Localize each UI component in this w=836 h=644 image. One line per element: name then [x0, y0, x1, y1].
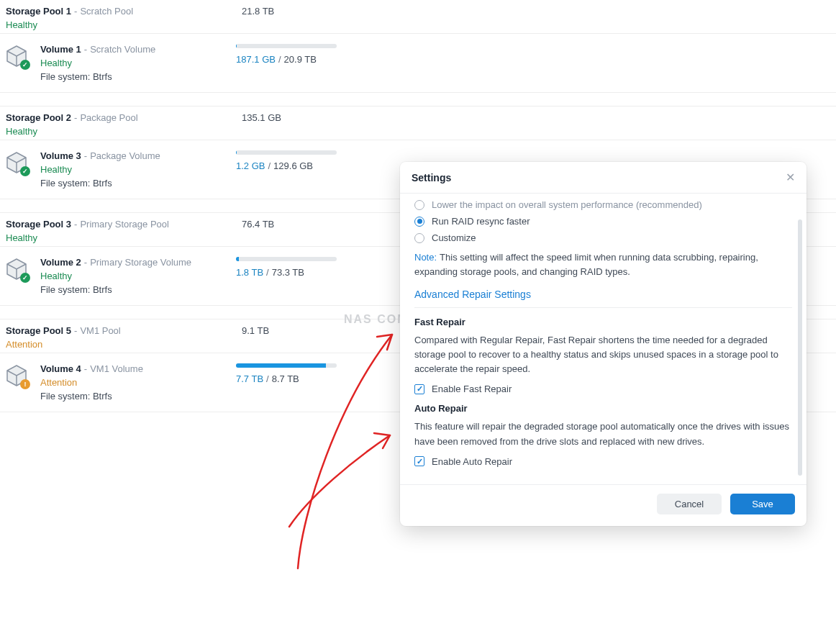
- volume-label: Primary Storage Volume: [90, 257, 191, 268]
- volume-filesystem: File system: Btrfs: [40, 391, 224, 402]
- fast-repair-description: Compared with Regular Repair, Fast Repai…: [414, 333, 792, 376]
- pool-status: Healthy: [6, 19, 830, 30]
- fast-repair-heading: Fast Repair: [414, 317, 792, 327]
- usage-bar: [236, 44, 337, 48]
- auto-repair-description: This feature will repair the degraded st…: [414, 419, 792, 448]
- volume-name: Volume 2: [40, 257, 81, 268]
- pool-label: Primary Storage Pool: [80, 219, 169, 230]
- radio-lower-impact[interactable]: Lower the impact on overall system perfo…: [414, 199, 792, 210]
- pool-label: Scratch Pool: [80, 6, 133, 17]
- volume-row[interactable]: ✓ Volume 1 - Scratch Volume Healthy File…: [0, 33, 836, 93]
- pool-status: Healthy: [6, 126, 830, 137]
- pool-name: Storage Pool 2: [6, 112, 71, 123]
- radio-icon: [414, 217, 424, 227]
- total-size: 129.6 GB: [273, 160, 313, 171]
- pool-size: 76.4 TB: [242, 219, 274, 230]
- settings-dialog: Settings ✕ Lower the impact on overall s…: [400, 162, 807, 526]
- total-size: 8.7 TB: [272, 373, 299, 384]
- radio-icon: [414, 200, 424, 210]
- volume-name: Volume 3: [40, 150, 81, 161]
- usage-bar: [236, 257, 337, 261]
- used-size: 187.1 GB: [236, 54, 276, 65]
- volume-status: Healthy: [40, 271, 224, 281]
- total-size: 73.3 TB: [272, 267, 304, 278]
- volume-icon: ✓: [4, 257, 29, 281]
- usage-bar: [236, 363, 337, 368]
- volume-name: Volume 4: [40, 363, 81, 374]
- pool-name: Storage Pool 1: [6, 6, 71, 17]
- settings-note: Note:This setting will affect the speed …: [414, 250, 792, 278]
- close-icon: ✕: [786, 171, 795, 183]
- volume-status: Attention: [40, 377, 224, 388]
- scrollbar[interactable]: [798, 219, 802, 476]
- volume-label: Scratch Volume: [90, 44, 155, 55]
- volume-filesystem: File system: Btrfs: [40, 284, 224, 295]
- storage-pool-header[interactable]: Storage Pool 1 - Scratch Pool 21.8 TB He…: [0, 0, 836, 33]
- checkbox-auto-repair[interactable]: Enable Auto Repair: [414, 456, 792, 467]
- pool-size: 135.1 GB: [242, 112, 281, 123]
- volume-status: Healthy: [40, 58, 224, 68]
- usage-bar: [236, 150, 337, 155]
- section-advanced-repair: Advanced Repair Settings: [414, 289, 792, 308]
- checkbox-icon: [414, 456, 424, 466]
- save-button[interactable]: Save: [730, 494, 795, 514]
- cancel-button[interactable]: Cancel: [657, 494, 722, 514]
- volume-icon: ✓: [4, 44, 29, 68]
- volume-name: Volume 1: [40, 44, 81, 55]
- auto-repair-heading: Auto Repair: [414, 403, 792, 414]
- pool-size: 21.8 TB: [242, 6, 274, 17]
- pool-label: VM1 Pool: [80, 325, 120, 336]
- status-badge-ok-icon: ✓: [20, 166, 30, 176]
- used-size: 7.7 TB: [236, 373, 263, 384]
- status-badge-warn-icon: !: [20, 379, 30, 389]
- used-size: 1.8 TB: [236, 267, 263, 278]
- checkbox-fast-repair[interactable]: Enable Fast Repair: [414, 384, 792, 394]
- status-badge-ok-icon: ✓: [20, 273, 30, 283]
- volume-status: Healthy: [40, 164, 224, 175]
- volume-label: Package Volume: [90, 150, 160, 161]
- radio-resync-faster[interactable]: Run RAID resync faster: [414, 216, 792, 227]
- pool-size: 9.1 TB: [242, 325, 269, 336]
- checkbox-icon: [414, 384, 424, 394]
- pool-name: Storage Pool 3: [6, 219, 71, 230]
- dialog-title: Settings: [412, 172, 451, 183]
- volume-filesystem: File system: Btrfs: [40, 71, 224, 82]
- pool-label: Package Pool: [80, 112, 137, 123]
- close-button[interactable]: ✕: [786, 171, 795, 184]
- used-size: 1.2 GB: [236, 160, 265, 171]
- radio-icon: [414, 233, 424, 243]
- storage-pool-header[interactable]: Storage Pool 2 - Package Pool 135.1 GB H…: [0, 106, 836, 140]
- volume-icon: !: [4, 363, 29, 388]
- volume-icon: ✓: [4, 150, 29, 175]
- pool-name: Storage Pool 5: [6, 325, 71, 336]
- status-badge-ok-icon: ✓: [20, 60, 30, 70]
- total-size: 20.9 TB: [284, 54, 317, 65]
- radio-customize[interactable]: Customize: [414, 232, 792, 243]
- volume-label: VM1 Volume: [90, 363, 143, 374]
- volume-filesystem: File system: Btrfs: [40, 178, 224, 189]
